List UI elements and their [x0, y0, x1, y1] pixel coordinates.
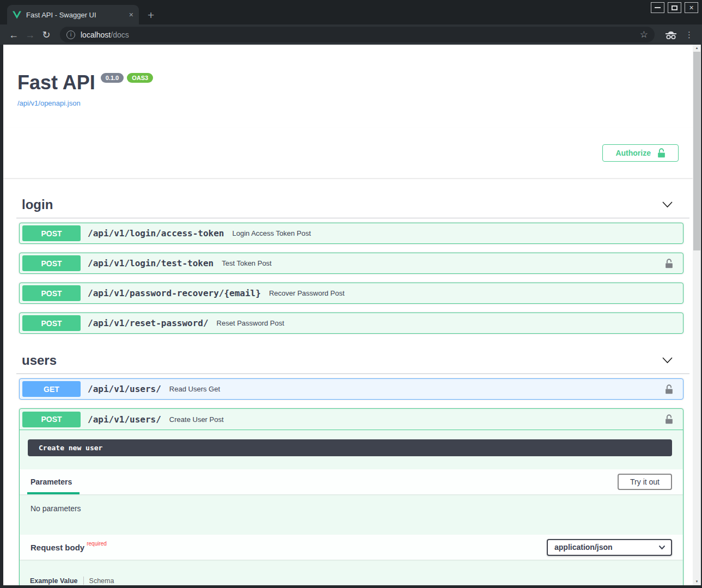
browser-menu-icon[interactable]: ⋮ [685, 30, 693, 40]
media-type-select[interactable]: application/json [547, 539, 672, 556]
no-parameters-text: No parameters [20, 494, 683, 522]
maximize-icon [672, 5, 677, 10]
browser-window: Fast API - Swagger UI × + × ← → ↻ i loca… [0, 0, 702, 588]
method-badge: POST [22, 255, 81, 271]
site-info-icon[interactable]: i [66, 30, 75, 39]
url-host: localhost [81, 30, 111, 39]
api-info: Fast API 0.1.0 OAS3 /api/v1/openapi.json [17, 71, 679, 108]
op-path: /api/v1/users/ [88, 414, 161, 425]
api-badges: 0.1.0 OAS3 [101, 73, 153, 83]
page-title: Fast API [17, 71, 95, 94]
browser-tab[interactable]: Fast API - Swagger UI × [7, 5, 139, 24]
close-button[interactable]: × [685, 2, 698, 13]
scrollbar-thumb[interactable] [693, 52, 700, 250]
scroll-down-icon[interactable]: ▼ [693, 578, 701, 585]
auth-lock-icon[interactable] [665, 414, 673, 424]
opblock-create-user-header[interactable]: POST /api/v1/users/ Create User Post [20, 409, 683, 430]
request-body-header: Request body required application/json [20, 535, 683, 560]
section-users: users GET /api/v1/users/ Read Users Get [16, 348, 689, 585]
chevron-down-icon[interactable] [662, 200, 673, 209]
tab-title: Fast API - Swagger UI [26, 11, 124, 19]
maximize-button[interactable] [668, 2, 681, 13]
op-path: /api/v1/login/access-token [88, 228, 224, 238]
opblock-login-test-token[interactable]: POST /api/v1/login/test-token Test Token… [19, 253, 683, 274]
try-it-out-button[interactable]: Try it out [618, 474, 672, 490]
authorize-label: Authorize [615, 149, 651, 157]
new-tab-button[interactable]: + [148, 9, 154, 21]
method-badge: GET [22, 381, 81, 397]
opblock-reset-password[interactable]: POST /api/v1/reset-password/ Reset Passw… [19, 313, 683, 334]
op-path: /api/v1/password-recovery/{email} [88, 288, 261, 298]
back-icon[interactable]: ← [5, 30, 22, 40]
section-users-title: users [22, 353, 57, 368]
section-login: login POST /api/v1/login/access-token Lo… [16, 193, 689, 334]
auth-lock-icon[interactable] [665, 384, 673, 394]
version-badge: 0.1.0 [101, 73, 124, 83]
toolbar-right: ⋮ [659, 30, 697, 40]
address-bar[interactable]: i localhost /docs ☆ [60, 27, 655, 42]
model-example: Example Value Schema { [28, 577, 672, 585]
tab-divider [83, 577, 84, 585]
tab-example-value[interactable]: Example Value [30, 577, 78, 585]
incognito-icon [664, 30, 677, 40]
op-path: /api/v1/reset-password/ [88, 318, 209, 328]
method-badge: POST [22, 225, 81, 241]
media-type-value: application/json [554, 543, 613, 552]
opblock-create-user-expanded: POST /api/v1/users/ Create User Post Cre… [19, 408, 683, 585]
op-summary: Create User Post [169, 415, 665, 424]
window-controls: × [651, 2, 698, 13]
openapi-spec-link[interactable]: /api/v1/openapi.json [17, 99, 81, 107]
opblock-password-recovery[interactable]: POST /api/v1/password-recovery/{email} R… [19, 283, 683, 304]
op-summary: Login Access Token Post [232, 229, 677, 237]
bookmark-icon[interactable]: ☆ [640, 29, 648, 40]
minimize-icon [655, 7, 661, 8]
scheme-container: Authorize [3, 128, 693, 178]
op-summary: Read Users Get [169, 385, 665, 393]
request-body-label: Request body [30, 543, 84, 552]
scroll-up-icon[interactable]: ▲ [693, 45, 701, 52]
opblock-login-access-token[interactable]: POST /api/v1/login/access-token Login Ac… [19, 223, 683, 244]
section-login-header[interactable]: login [16, 193, 689, 218]
minimize-button[interactable] [651, 2, 664, 13]
tab-close-icon[interactable]: × [129, 11, 133, 19]
auth-lock-icon[interactable] [665, 259, 673, 268]
forward-icon[interactable]: → [22, 30, 38, 40]
section-users-header[interactable]: users [16, 348, 689, 374]
section-login-title: login [22, 197, 53, 212]
page-scrollbar[interactable]: ▲ ▼ [693, 45, 701, 585]
unlock-icon [657, 148, 666, 158]
chevron-down-icon [658, 545, 666, 550]
browser-toolbar: ← → ↻ i localhost /docs ☆ ⋮ [0, 24, 702, 45]
reload-icon[interactable]: ↻ [38, 30, 54, 40]
op-summary: Reset Password Post [217, 319, 677, 327]
required-badge: required [87, 541, 107, 547]
favicon-v-icon [13, 11, 21, 19]
method-badge: POST [22, 412, 81, 427]
tab-bar: Fast API - Swagger UI × + × [0, 0, 702, 24]
opblock-read-users[interactable]: GET /api/v1/users/ Read Users Get [19, 378, 683, 400]
oas-badge: OAS3 [127, 73, 153, 83]
authorize-button[interactable]: Authorize [602, 144, 679, 162]
chevron-down-icon[interactable] [662, 356, 673, 365]
tab-parameters[interactable]: Parameters [30, 469, 72, 494]
opblock-body: Create new user Parameters Try it out No… [20, 439, 683, 585]
close-icon: × [689, 4, 693, 11]
tab-schema[interactable]: Schema [89, 577, 114, 585]
op-summary: Test Token Post [222, 259, 665, 267]
op-path: /api/v1/users/ [88, 384, 161, 394]
url-path: /docs [111, 30, 129, 39]
operation-description: Create new user [28, 439, 672, 456]
op-summary: Recover Password Post [269, 289, 677, 297]
method-badge: POST [22, 315, 81, 331]
op-path: /api/v1/login/test-token [88, 258, 213, 268]
method-badge: POST [22, 285, 81, 301]
swagger-page: Fast API 0.1.0 OAS3 /api/v1/openapi.json… [3, 45, 693, 585]
parameters-header: Parameters Try it out [20, 469, 683, 494]
page-viewport: Fast API 0.1.0 OAS3 /api/v1/openapi.json… [3, 45, 701, 585]
